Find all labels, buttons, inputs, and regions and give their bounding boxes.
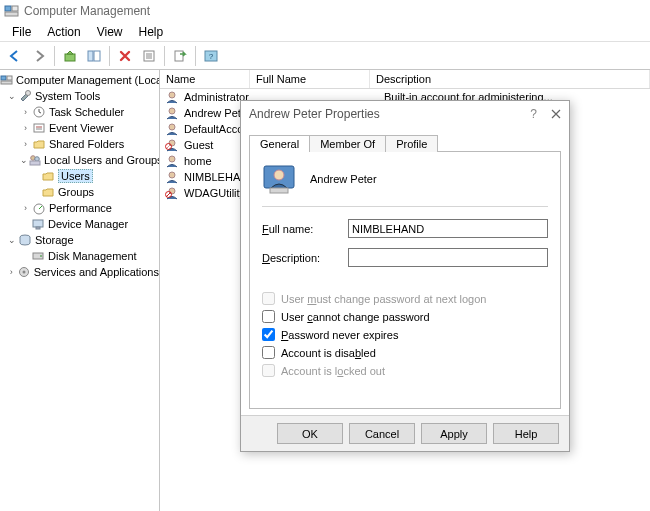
checkbox-cannot-change[interactable]: [262, 310, 275, 323]
check-disabled[interactable]: Account is disabled: [262, 346, 548, 359]
expand-icon[interactable]: ⌄: [6, 91, 17, 101]
back-button[interactable]: [4, 45, 26, 67]
user-icon: [164, 153, 180, 169]
help-button[interactable]: Help: [493, 423, 559, 444]
tree-storage[interactable]: Storage: [35, 234, 74, 246]
tree-performance[interactable]: Performance: [49, 202, 112, 214]
toolbar-separator: [109, 46, 110, 66]
svg-point-37: [169, 156, 175, 162]
expand-icon[interactable]: ⌄: [6, 235, 17, 245]
svg-rect-14: [7, 76, 12, 80]
description-label: Description:: [262, 252, 348, 264]
tab-profile[interactable]: Profile: [385, 135, 438, 152]
svg-rect-10: [175, 51, 183, 61]
expand-icon[interactable]: ›: [20, 139, 31, 149]
tree-task-scheduler[interactable]: Task Scheduler: [49, 106, 124, 118]
svg-rect-3: [65, 54, 75, 61]
up-button[interactable]: [59, 45, 81, 67]
users-icon: [28, 152, 42, 168]
dialog-titlebar[interactable]: Andrew Peter Properties ?: [241, 101, 569, 127]
toolbar-separator: [164, 46, 165, 66]
show-hide-tree-button[interactable]: [83, 45, 105, 67]
help-button[interactable]: ?: [200, 45, 222, 67]
device-icon: [30, 216, 46, 232]
user-avatar-icon: [262, 162, 296, 196]
svg-rect-0: [5, 6, 11, 11]
properties-dialog: Andrew Peter Properties ? General Member…: [240, 100, 570, 452]
expand-icon[interactable]: ›: [20, 203, 31, 213]
svg-point-33: [169, 108, 175, 114]
checkbox-disabled[interactable]: [262, 346, 275, 359]
close-icon[interactable]: [551, 109, 561, 119]
tab-memberof[interactable]: Member Of: [309, 135, 386, 152]
svg-rect-4: [88, 51, 93, 61]
toolbar-separator: [54, 46, 55, 66]
tab-general[interactable]: General: [249, 135, 310, 152]
help-icon[interactable]: ?: [530, 107, 537, 121]
menu-file[interactable]: File: [4, 23, 39, 41]
tree-event-viewer[interactable]: Event Viewer: [49, 122, 114, 134]
folder-icon: [40, 168, 56, 184]
tree-disk-management[interactable]: Disk Management: [48, 250, 137, 262]
menu-view[interactable]: View: [89, 23, 131, 41]
check-never-expires[interactable]: Password never expires: [262, 328, 548, 341]
col-name[interactable]: Name: [160, 70, 250, 88]
svg-text:?: ?: [209, 52, 214, 61]
dialog-title: Andrew Peter Properties: [249, 107, 380, 121]
tree-groups[interactable]: Groups: [58, 186, 94, 198]
user-icon: [164, 121, 180, 137]
toolbar: ?: [0, 42, 650, 70]
list-header: Name Full Name Description: [160, 70, 650, 89]
tabstrip: General Member Of Profile: [249, 129, 561, 151]
menu-action[interactable]: Action: [39, 23, 88, 41]
expand-icon[interactable]: ›: [20, 107, 31, 117]
forward-button[interactable]: [28, 45, 50, 67]
tree-system-tools[interactable]: System Tools: [35, 90, 100, 102]
check-locked: Account is locked out: [262, 364, 548, 377]
svg-rect-25: [33, 220, 43, 227]
fullname-input[interactable]: [348, 219, 548, 238]
folder-share-icon: [31, 136, 47, 152]
col-description[interactable]: Description: [370, 70, 650, 88]
tree-pane[interactable]: Computer Management (Local ⌄System Tools…: [0, 70, 160, 511]
delete-button[interactable]: [114, 45, 136, 67]
user-icon: [164, 169, 180, 185]
tree-users[interactable]: Users: [58, 169, 93, 183]
window-titlebar: Computer Management: [0, 0, 650, 22]
svg-point-34: [169, 124, 175, 130]
svg-rect-2: [5, 12, 18, 16]
tree-services[interactable]: Services and Applications: [34, 266, 159, 278]
check-cannot-change[interactable]: User cannot change password: [262, 310, 548, 323]
svg-point-16: [26, 91, 31, 96]
checkbox-never-expires[interactable]: [262, 328, 275, 341]
svg-point-32: [169, 92, 175, 98]
expand-icon[interactable]: ›: [20, 123, 31, 133]
apply-button[interactable]: Apply: [421, 423, 487, 444]
tree-device-manager[interactable]: Device Manager: [48, 218, 128, 230]
menubar: File Action View Help: [0, 22, 650, 42]
checkbox-locked: [262, 364, 275, 377]
properties-button[interactable]: [138, 45, 160, 67]
tools-icon: [17, 88, 33, 104]
user-icon: [164, 89, 180, 105]
svg-point-42: [274, 170, 284, 180]
tree-root[interactable]: Computer Management (Local: [16, 74, 160, 86]
svg-rect-18: [34, 124, 44, 132]
tree-shared-folders[interactable]: Shared Folders: [49, 138, 124, 150]
cancel-button[interactable]: Cancel: [349, 423, 415, 444]
svg-rect-1: [12, 6, 18, 11]
divider: [262, 206, 548, 207]
tree-local-users[interactable]: Local Users and Groups: [44, 154, 160, 166]
svg-point-38: [169, 172, 175, 178]
expand-icon[interactable]: ›: [6, 267, 16, 277]
export-button[interactable]: [169, 45, 191, 67]
menu-help[interactable]: Help: [131, 23, 172, 41]
clock-icon: [31, 104, 47, 120]
col-fullname[interactable]: Full Name: [250, 70, 370, 88]
expand-icon[interactable]: ⌄: [20, 155, 28, 165]
svg-rect-13: [1, 76, 6, 80]
user-disabled-icon: [164, 137, 180, 153]
description-input[interactable]: [348, 248, 548, 267]
ok-button[interactable]: OK: [277, 423, 343, 444]
dialog-button-row: OK Cancel Apply Help: [241, 415, 569, 451]
